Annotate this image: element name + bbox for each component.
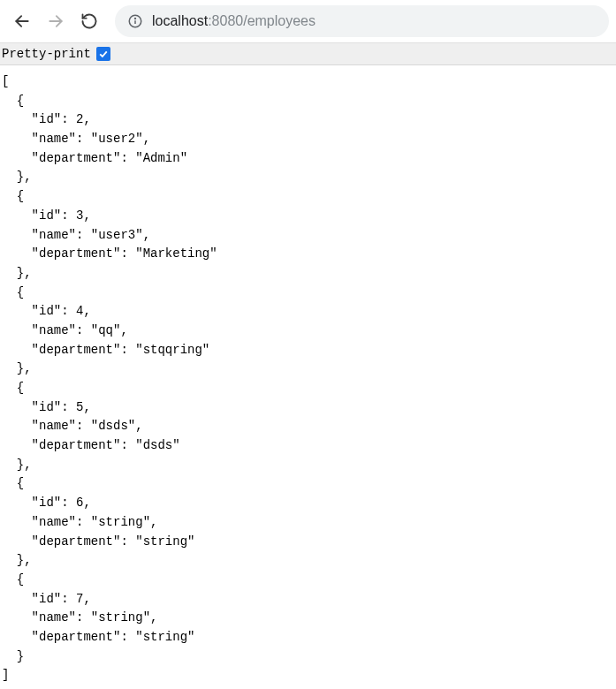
json-body: [ { "id": 2, "name": "user2", "departmen… bbox=[0, 65, 616, 685]
forward-button[interactable] bbox=[41, 6, 71, 36]
browser-toolbar: localhost:8080/employees bbox=[0, 0, 616, 43]
back-button[interactable] bbox=[7, 6, 37, 36]
pretty-print-checkbox[interactable] bbox=[96, 47, 110, 61]
url-host: localhost bbox=[152, 13, 208, 28]
reload-button[interactable] bbox=[74, 6, 104, 36]
check-icon bbox=[98, 49, 109, 59]
url-text: localhost:8080/employees bbox=[152, 13, 316, 29]
pretty-print-label: Pretty-print bbox=[2, 47, 91, 61]
site-info-icon[interactable] bbox=[127, 13, 143, 29]
svg-point-4 bbox=[135, 19, 136, 19]
address-bar[interactable]: localhost:8080/employees bbox=[115, 5, 609, 37]
arrow-left-icon bbox=[13, 12, 31, 30]
pretty-print-bar: Pretty-print bbox=[0, 43, 616, 65]
arrow-right-icon bbox=[47, 12, 65, 30]
url-port-path: :8080/employees bbox=[208, 13, 316, 28]
reload-icon bbox=[80, 12, 98, 30]
